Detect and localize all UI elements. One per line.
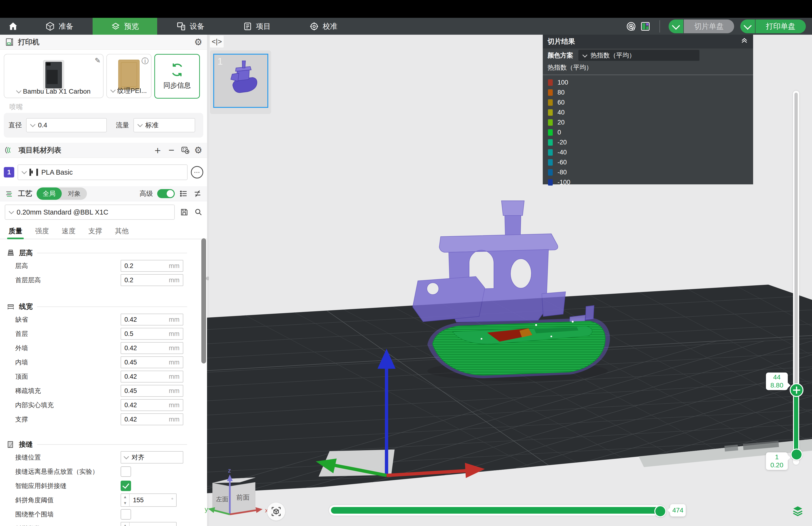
tab-preview[interactable]: 预览: [92, 18, 157, 35]
diameter-dropdown[interactable]: 0.4: [26, 118, 107, 132]
tab-calibration[interactable]: 校准: [290, 18, 357, 35]
cube-x-arrowhead: [256, 507, 263, 513]
bambu-studio-window: 准备 预览 设备 项目 校准 切片单盘: [0, 0, 812, 526]
tab-device-label: 设备: [190, 22, 204, 31]
edit-printer-icon[interactable]: ✎: [95, 56, 101, 65]
slice-result-header: 切片结果: [543, 35, 753, 48]
first-layer-height-input[interactable]: 0.2mm: [121, 274, 183, 286]
line-width-icon: [6, 303, 15, 311]
print-split-button: 打印单盘: [740, 19, 806, 33]
slice-dropdown-button[interactable]: [669, 19, 683, 33]
flow-dropdown[interactable]: 标准: [133, 118, 195, 132]
advanced-label: 高级: [140, 189, 153, 198]
chevron-down-icon: [21, 169, 27, 174]
tab-prepare[interactable]: 准备: [26, 18, 92, 35]
tab-strength[interactable]: 强度: [35, 226, 49, 239]
tab-project[interactable]: 项目: [224, 18, 290, 35]
tab-speed[interactable]: 速度: [62, 226, 75, 239]
support-line-width-input[interactable]: 0.42mm: [121, 413, 183, 425]
tab-device[interactable]: 设备: [157, 18, 224, 35]
process-section-header: 工艺 全局 对象 高级: [0, 186, 207, 201]
filament-name: PLA Basic: [41, 168, 73, 176]
legend-chip: [548, 89, 553, 96]
navbar-divider: [659, 20, 660, 32]
search-preset-icon[interactable]: [194, 208, 203, 217]
legend-chip: [548, 169, 553, 175]
spinner-arrows[interactable]: ▲▼: [121, 494, 130, 506]
advanced-toggle[interactable]: [157, 189, 175, 198]
sidebar-scrollbar[interactable]: [201, 238, 206, 364]
compare-preset-icon[interactable]: [193, 189, 202, 198]
scarf-angle-threshold-spinner[interactable]: ▲▼ 155 °: [121, 494, 177, 507]
fit-view-button[interactable]: [267, 502, 285, 521]
color-scheme-dropdown[interactable]: 热指数（平均）: [578, 50, 699, 61]
filament-settings-gear-icon[interactable]: ⚙: [194, 146, 202, 155]
filament-row: 1 PLA Basic ⋯: [0, 158, 207, 186]
seam-away-overhang-checkbox[interactable]: [121, 466, 131, 477]
scarf-steps-spinner[interactable]: ▲▼ 10: [121, 522, 177, 526]
printer-name: Bambu Lab X1 Carbon: [23, 88, 91, 95]
monitoring-icon[interactable]: [626, 21, 637, 32]
layer-slider-top-handle[interactable]: [790, 383, 803, 397]
first-layer-line-width-input[interactable]: 0.5mm: [121, 328, 183, 340]
filament-spool-icon: [29, 169, 38, 176]
layer-height-icon: [6, 249, 15, 257]
collapse-sidebar-button[interactable]: <|>: [210, 35, 224, 47]
filament-dropdown[interactable]: PLA Basic: [17, 165, 188, 180]
plate-thumbnail[interactable]: 1: [213, 54, 268, 108]
sparse-infill-line-width-input[interactable]: 0.45mm: [121, 385, 183, 397]
fit-view-cube-icon: [271, 506, 281, 517]
step-slider-handle[interactable]: [654, 505, 666, 517]
legend-chip: [548, 139, 553, 146]
spinner-arrows[interactable]: ▲▼: [121, 523, 130, 526]
outer-wall-line-width-input[interactable]: 0.42mm: [121, 342, 183, 354]
tab-project-label: 项目: [256, 22, 271, 31]
seam-position-dropdown[interactable]: 对齐: [121, 451, 183, 464]
default-line-width-input[interactable]: 0.42mm: [121, 314, 183, 326]
scope-object[interactable]: 对象: [62, 187, 87, 200]
print-plate-button[interactable]: 打印单盘: [755, 19, 806, 33]
step-slider-track[interactable]: [329, 505, 665, 515]
tab-support[interactable]: 支撑: [88, 226, 102, 239]
filament-section-title: 项目耗材列表: [18, 145, 61, 155]
chevron-down-icon: [30, 122, 35, 127]
slice-plate-button[interactable]: 切片单盘: [684, 19, 734, 33]
inner-wall-line-width-input[interactable]: 0.45mm: [121, 356, 183, 368]
scope-toggle[interactable]: 全局 对象: [37, 187, 87, 200]
sync-info-button[interactable]: 同步信息: [154, 54, 200, 99]
tab-others[interactable]: 其他: [115, 226, 129, 239]
layer-slider-bottom-handle[interactable]: [791, 449, 802, 460]
top-surface-line-width-input[interactable]: 0.42mm: [121, 371, 183, 383]
add-filament-button[interactable]: ＋: [153, 145, 162, 155]
layers-view-button[interactable]: [791, 504, 805, 518]
tab-quality[interactable]: 质量: [9, 226, 22, 239]
plate-type-dropdown[interactable]: 纹理PEI...: [107, 86, 151, 95]
benchy-model[interactable]: [412, 201, 605, 375]
ams-sync-icon[interactable]: [180, 145, 190, 155]
printer-settings-gear-icon[interactable]: ⚙: [194, 38, 202, 46]
save-preset-icon[interactable]: [179, 208, 189, 217]
param-list-icon[interactable]: [179, 189, 189, 198]
collapse-panel-icon[interactable]: [740, 37, 748, 46]
print-dropdown-button[interactable]: [740, 19, 755, 33]
plate-info-icon[interactable]: ⓘ: [142, 56, 149, 66]
internal-solid-infill-line-width-input[interactable]: 0.42mm: [121, 399, 183, 411]
process-preset-dropdown[interactable]: 0.20mm Standard @BBL X1C: [5, 204, 175, 220]
printer-card[interactable]: ✎ Bambu Lab X1 Carbon: [4, 54, 103, 98]
layer-height-input[interactable]: 0.2mm: [121, 260, 183, 272]
param-row: 首层层高 0.2mm: [15, 274, 207, 286]
param-row: 斜拼角度阈值 ▲▼ 155 °: [15, 494, 207, 506]
plate-arrangement-icon[interactable]: [640, 21, 651, 32]
printer-name-dropdown[interactable]: Bambu Lab X1 Carbon: [4, 88, 103, 95]
home-button[interactable]: [0, 18, 26, 35]
param-row: 接缝远离悬垂点放置（实验）: [15, 466, 207, 478]
orientation-cube[interactable]: 左面 前面 z y x: [204, 469, 271, 524]
cube-top-face[interactable]: [213, 478, 255, 483]
scarf-entire-wall-checkbox[interactable]: [121, 509, 131, 520]
smart-scarf-seam-checkbox[interactable]: [121, 481, 131, 491]
plate-type-card[interactable]: ⓘ 纹理PEI...: [106, 54, 151, 98]
filament-more-button[interactable]: ⋯: [191, 166, 203, 179]
scope-global[interactable]: 全局: [37, 187, 62, 200]
layers-stack-icon: [111, 22, 120, 31]
remove-filament-button[interactable]: −: [167, 145, 176, 155]
